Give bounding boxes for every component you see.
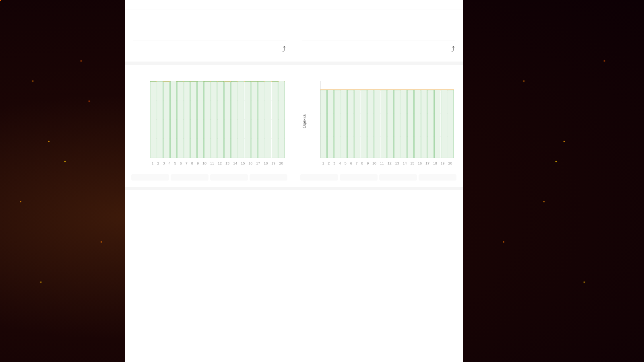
left-x-2: 2	[157, 161, 159, 165]
right-loop-2	[340, 174, 378, 181]
right-loop-4	[419, 174, 456, 181]
right-x-13: 13	[395, 161, 399, 165]
left-loop-scores	[131, 174, 287, 181]
svg-rect-14	[198, 81, 204, 158]
svg-rect-49	[421, 90, 427, 158]
left-x-14: 14	[233, 161, 237, 165]
left-x-9: 9	[197, 161, 199, 165]
right-loop-3	[379, 174, 417, 181]
right-chart-section: Оценка	[294, 65, 463, 190]
left-x-4: 4	[169, 161, 171, 165]
svg-rect-10	[170, 81, 176, 158]
svg-rect-44	[388, 90, 394, 158]
left-user-guide-row: ⤴	[133, 41, 286, 55]
left-x-10: 10	[202, 161, 206, 165]
left-x-16: 16	[248, 161, 252, 165]
right-phone-screen: ⤴ Оценка	[294, 0, 463, 362]
svg-rect-53	[448, 90, 454, 158]
right-x-15: 15	[410, 161, 414, 165]
svg-rect-40	[361, 90, 367, 158]
left-user-guide-share[interactable]: ⤴	[282, 45, 286, 53]
left-chart-section: 1 2 3 4 5 6 7 8 9 10 11 12 13 14	[125, 65, 294, 190]
left-stat-row-2	[133, 33, 286, 37]
right-stat-row-1	[302, 28, 455, 33]
left-x-3: 3	[163, 161, 165, 165]
right-loop-scores	[300, 174, 456, 181]
right-x-4: 4	[339, 161, 341, 165]
right-x-6: 6	[350, 161, 352, 165]
svg-rect-15	[204, 81, 210, 158]
left-x-5: 5	[174, 161, 176, 165]
svg-rect-46	[401, 90, 407, 158]
left-x-7: 7	[186, 161, 188, 165]
right-x-11: 11	[380, 161, 384, 165]
svg-rect-19	[231, 81, 237, 158]
left-device-label	[0, 0, 125, 362]
left-x-15: 15	[241, 161, 245, 165]
svg-rect-39	[354, 90, 360, 158]
svg-rect-13	[191, 81, 197, 158]
left-loop-1	[131, 174, 169, 181]
right-user-guide-row: ⤴	[302, 41, 455, 55]
svg-rect-47	[408, 90, 414, 158]
right-x-2: 2	[328, 161, 330, 165]
svg-rect-9	[164, 82, 170, 158]
right-x-19: 19	[441, 161, 445, 165]
left-loop-2	[171, 174, 208, 181]
left-loop-4	[250, 174, 287, 181]
svg-rect-41	[367, 90, 374, 158]
svg-rect-52	[441, 90, 447, 158]
right-x-3: 3	[333, 161, 335, 165]
right-screen-header	[294, 0, 463, 10]
left-perf-section	[125, 190, 294, 206]
svg-rect-17	[218, 81, 224, 158]
left-x-18: 18	[264, 161, 268, 165]
svg-rect-8	[157, 81, 163, 158]
left-x-11: 11	[210, 161, 214, 165]
left-x-17: 17	[256, 161, 260, 165]
right-x-9: 9	[367, 161, 369, 165]
left-stat-row-1	[133, 28, 286, 33]
right-y-axis-title: Оценка	[302, 122, 307, 128]
svg-rect-7	[150, 81, 156, 158]
left-x-1: 1	[152, 161, 154, 165]
right-x-7: 7	[355, 161, 357, 165]
svg-rect-36	[334, 90, 340, 158]
left-chart-svg	[150, 81, 285, 158]
svg-rect-51	[434, 90, 440, 158]
left-x-13: 13	[225, 161, 229, 165]
svg-rect-20	[238, 81, 244, 158]
left-x-12: 12	[218, 161, 222, 165]
right-stat-row-0	[302, 23, 455, 28]
svg-rect-34	[321, 90, 327, 158]
svg-rect-50	[428, 90, 434, 158]
svg-rect-25	[272, 81, 278, 158]
right-x-5: 5	[345, 161, 347, 165]
svg-rect-43	[381, 90, 387, 158]
svg-rect-18	[225, 82, 231, 158]
left-phone-screen: ⤴	[125, 0, 294, 362]
svg-rect-23	[258, 81, 264, 158]
svg-rect-26	[279, 81, 285, 158]
right-loop-1	[300, 174, 338, 181]
svg-rect-38	[347, 90, 353, 158]
right-x-18: 18	[433, 161, 437, 165]
svg-rect-11	[177, 81, 183, 158]
svg-rect-16	[211, 81, 217, 158]
left-x-19: 19	[271, 161, 275, 165]
svg-rect-42	[374, 90, 380, 158]
svg-rect-35	[328, 90, 334, 158]
svg-rect-21	[245, 81, 251, 158]
right-x-14: 14	[402, 161, 407, 165]
right-info-section: ⤴	[294, 10, 463, 65]
right-x-17: 17	[425, 161, 429, 165]
right-x-10: 10	[372, 161, 376, 165]
right-device-label	[519, 0, 644, 362]
right-user-guide-share[interactable]: ⤴	[451, 45, 455, 53]
left-loop-3	[210, 174, 248, 181]
svg-rect-22	[252, 81, 258, 158]
left-x-6: 6	[180, 161, 182, 165]
left-screen-header	[125, 0, 294, 10]
right-x-20: 20	[448, 161, 452, 165]
left-info-section: ⤴	[125, 10, 294, 65]
